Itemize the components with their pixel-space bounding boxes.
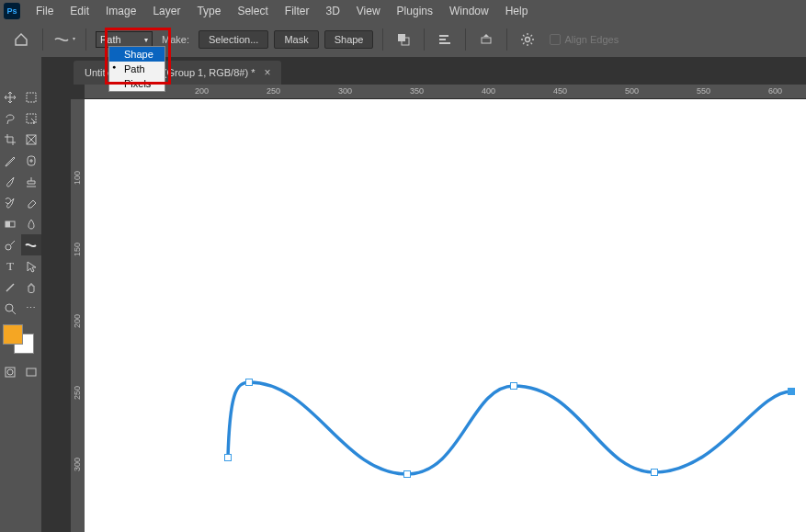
quick-mask-toggle[interactable]: [0, 361, 21, 382]
svg-line-29: [12, 311, 16, 314]
blur-tool[interactable]: [21, 213, 42, 234]
path-endpoint[interactable]: [788, 388, 795, 395]
menu-edit[interactable]: Edit: [62, 1, 97, 21]
path-operations-icon[interactable]: [392, 28, 414, 51]
svg-rect-2: [439, 35, 448, 37]
menu-view[interactable]: View: [348, 1, 389, 21]
align-edges-option[interactable]: Align Edges: [550, 34, 619, 45]
svg-point-28: [6, 304, 13, 311]
svg-line-26: [11, 241, 15, 244]
gear-icon[interactable]: [517, 28, 539, 51]
svg-line-12: [531, 43, 533, 45]
canvas[interactable]: [85, 99, 806, 532]
canvas-path[interactable]: [85, 99, 806, 531]
svg-line-13: [523, 43, 525, 45]
eyedropper-tool[interactable]: [0, 150, 21, 171]
svg-line-11: [523, 35, 525, 37]
path-anchor[interactable]: [224, 454, 232, 461]
edit-toolbar[interactable]: ⋯: [21, 298, 42, 319]
ruler-tick: 100: [73, 171, 82, 185]
make-shape-button[interactable]: Shape: [324, 30, 374, 49]
tools-panel: T ⋯: [0, 57, 41, 532]
dropdown-item-shape[interactable]: Shape: [109, 47, 165, 62]
tool-mode-current: Path: [100, 34, 121, 45]
ruler-tick: 150: [73, 243, 82, 256]
svg-line-14: [531, 35, 533, 37]
svg-point-6: [526, 38, 530, 42]
move-tool[interactable]: [0, 86, 21, 108]
align-edges-checkbox[interactable]: [550, 34, 561, 45]
menubar: Ps File Edit Image Layer Type Select Fil…: [0, 0, 806, 22]
ruler-tick: 500: [625, 86, 639, 96]
clone-stamp-tool[interactable]: [21, 171, 42, 192]
divider: [424, 28, 425, 51]
divider: [465, 28, 466, 51]
ruler-tick: 250: [267, 86, 280, 96]
divider: [85, 28, 86, 51]
gradient-tool[interactable]: [0, 213, 21, 234]
tool-mode-dropdown: Shape Path Pixels: [108, 46, 165, 92]
menu-filter[interactable]: Filter: [277, 1, 318, 21]
screen-mode-toggle[interactable]: [21, 361, 42, 382]
history-brush-tool[interactable]: [0, 192, 21, 213]
frame-tool[interactable]: [21, 129, 42, 150]
make-selection-button[interactable]: Selection...: [199, 30, 268, 49]
menu-layer[interactable]: Layer: [144, 1, 188, 21]
ruler-horizontal[interactable]: 200250300350400450500550600: [85, 85, 806, 99]
close-icon[interactable]: ×: [264, 66, 270, 79]
menu-3d[interactable]: 3D: [317, 1, 347, 21]
make-mask-button[interactable]: Mask: [274, 30, 318, 49]
pen-tool[interactable]: [21, 234, 42, 255]
document-tab[interactable]: Untitled @ 151% (Group 1, RGB/8#) * ×: [74, 61, 281, 85]
path-arrangement-icon[interactable]: [475, 28, 497, 51]
path-anchor[interactable]: [651, 469, 658, 476]
ruler-tick: 200: [195, 86, 209, 96]
ruler-tick: 300: [338, 86, 352, 96]
divider: [382, 28, 383, 51]
menu-window[interactable]: Window: [441, 1, 497, 21]
marquee-tool[interactable]: [21, 86, 42, 108]
menu-plugins[interactable]: Plugins: [389, 1, 441, 21]
svg-rect-4: [439, 42, 450, 44]
ruler-vertical[interactable]: 100150200250300: [71, 99, 85, 532]
ruler-tick: 600: [768, 86, 782, 96]
path-anchor[interactable]: [403, 470, 411, 478]
dropdown-item-pixels[interactable]: Pixels: [109, 76, 165, 91]
svg-line-27: [6, 284, 14, 291]
align-edges-label: Align Edges: [564, 34, 619, 45]
foreground-color-swatch[interactable]: [3, 324, 23, 345]
menu-type[interactable]: Type: [188, 1, 229, 21]
ruler-tick: 550: [697, 86, 710, 96]
lasso-tool[interactable]: [0, 108, 21, 129]
hand-tool[interactable]: [21, 277, 42, 298]
menu-help[interactable]: Help: [497, 1, 537, 21]
zoom-tool[interactable]: [0, 298, 21, 319]
path-anchor[interactable]: [245, 379, 253, 386]
color-swatches[interactable]: [3, 324, 40, 356]
crop-tool[interactable]: [0, 129, 21, 150]
brush-tool[interactable]: [0, 171, 21, 192]
svg-rect-3: [439, 39, 446, 40]
dropdown-item-path[interactable]: Path: [109, 62, 165, 76]
tool-preset-picker[interactable]: [52, 28, 76, 51]
ruler-tick: 450: [553, 86, 567, 96]
shape-tool[interactable]: [0, 277, 21, 298]
home-button[interactable]: [9, 28, 33, 51]
dodge-tool[interactable]: [0, 234, 21, 255]
menu-image[interactable]: Image: [97, 1, 144, 21]
workspace: T ⋯ Untitled @ 151% (Group 1, RGB/8#) * …: [0, 57, 806, 532]
make-label: Make:: [162, 34, 189, 45]
document-area: Untitled @ 151% (Group 1, RGB/8#) * × 20…: [71, 57, 806, 532]
eraser-tool[interactable]: [21, 192, 42, 213]
svg-rect-24: [6, 221, 10, 227]
menu-file[interactable]: File: [28, 1, 62, 21]
path-anchor[interactable]: [510, 382, 517, 390]
type-tool[interactable]: T: [0, 255, 21, 277]
menu-select[interactable]: Select: [229, 1, 276, 21]
path-selection-tool[interactable]: [21, 255, 42, 277]
ruler-tick: 400: [482, 86, 495, 96]
object-selection-tool[interactable]: [21, 108, 42, 129]
path-alignment-icon[interactable]: [434, 28, 456, 51]
app-logo: Ps: [4, 3, 20, 19]
healing-tool[interactable]: [21, 150, 42, 171]
